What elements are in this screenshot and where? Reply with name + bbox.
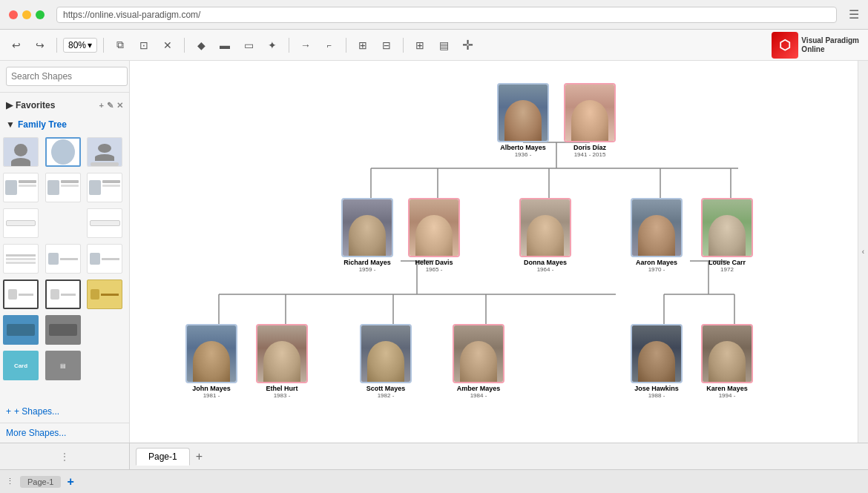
page-tab-1[interactable]: Page-1 [136, 448, 190, 466]
karen-years: 1994 - [719, 392, 736, 399]
add-favorite-icon[interactable]: + [99, 101, 104, 110]
shape-button[interactable]: ▭ [238, 35, 259, 56]
person-doris[interactable]: Doris Díaz 1941 - 2015 [560, 83, 619, 158]
undo-button[interactable]: ↩ [6, 35, 27, 56]
person-amber[interactable]: Amber Mayes 1984 - [449, 324, 508, 399]
edit-favorite-icon[interactable]: ✎ [107, 101, 114, 110]
john-years: 1981 - [203, 392, 220, 399]
doris-name: Doris Díaz [573, 144, 606, 151]
aaron-name: Aaron Mayes [636, 259, 677, 266]
person-richard[interactable]: Richard Mayes 1959 - [338, 198, 397, 273]
richard-name: Richard Mayes [343, 259, 391, 266]
person-scott[interactable]: Scott Mayes 1982 - [356, 324, 415, 399]
grid-button[interactable]: ⊞ [410, 35, 430, 56]
tabs-area: Page-1 + [130, 448, 868, 466]
right-collapse-handle[interactable]: ‹ [858, 61, 868, 443]
sidebar: 🔍 ⋮ ▶ Favorites + ✎ ✕ ▼ Family Tree [0, 61, 130, 443]
bottom-bar: ⋮ Page-1 + [0, 443, 868, 469]
zoom-control[interactable]: 80% ▾ [63, 38, 97, 53]
shape-item-colored-1[interactable] [87, 279, 122, 309]
shape-item-card-1[interactable] [3, 173, 39, 202]
group-button[interactable]: ⊞ [352, 35, 373, 56]
url-text: https://online.visual-paradigm.com/ [63, 10, 200, 20]
shape-item-bordered-2[interactable] [45, 279, 81, 309]
status-add-icon[interactable]: + [67, 475, 73, 489]
shape-grid-7: Card ▤ [3, 348, 126, 383]
alberto-name: Alberto Mayes [500, 144, 546, 151]
more-shapes-button[interactable]: More Shapes... [0, 423, 129, 443]
delete-button[interactable]: ✕ [157, 35, 178, 56]
close-favorite-icon[interactable]: ✕ [116, 101, 123, 110]
add-button[interactable]: ✛ [457, 35, 478, 56]
person-donna[interactable]: Donna Mayes 1964 - [516, 198, 575, 273]
canvas-area[interactable]: Alberto Mayes 1936 - Doris Díaz 1941 - 2… [130, 61, 858, 443]
format-button[interactable]: ▤ [433, 35, 454, 56]
url-bar[interactable]: https://online.visual-paradigm.com/ [56, 7, 837, 23]
chevron-right-icon: ▶ [6, 100, 13, 110]
person-aaron[interactable]: Aaron Mayes 1970 - [627, 198, 686, 273]
line-color-button[interactable]: ▬ [214, 35, 235, 56]
more-shapes-label: More Shapes... [6, 428, 66, 438]
connector-button[interactable]: → [295, 35, 316, 56]
traffic-lights [9, 10, 45, 19]
separator-6 [403, 38, 404, 53]
shape-item-person-1[interactable] [3, 137, 39, 167]
person-jose[interactable]: Jose Hawkins 1988 - [627, 324, 686, 399]
shape-item-card-2[interactable] [45, 173, 81, 202]
person-louise[interactable]: Louise Carr 1972 [697, 198, 757, 273]
copy-button[interactable]: ⧉ [110, 35, 131, 56]
amber-name: Amber Mayes [457, 385, 501, 392]
minimize-button[interactable] [22, 10, 31, 19]
shape-item-teal-1[interactable]: Card [3, 351, 39, 380]
menu-icon[interactable]: ☰ [849, 7, 859, 21]
shape-item-person-2[interactable] [45, 137, 81, 167]
add-tab-button[interactable]: + [193, 450, 206, 463]
toolbar: ↩ ↪ 80% ▾ ⧉ ⊡ ✕ ◆ ▬ ▭ ✦ → ⌐ ⊞ ⊟ ⊞ ▤ ✛ ⬡ … [0, 30, 868, 61]
shape-grid-2 [3, 170, 126, 205]
amber-years: 1984 - [470, 392, 487, 399]
add-shapes-button[interactable]: + + Shapes... [0, 400, 129, 423]
status-dots-icon[interactable]: ⋮ [6, 477, 14, 486]
louise-name: Louise Carr [708, 259, 746, 266]
person-john[interactable]: John Mayes 1981 - [182, 324, 241, 399]
shape-item-dark-1[interactable]: ▤ [45, 351, 81, 380]
plus-icon: + [6, 406, 11, 417]
maximize-button[interactable] [36, 10, 45, 19]
shape-item-list-2[interactable] [45, 244, 81, 274]
vp-logo-text: Visual Paradigm Online [801, 36, 859, 54]
shape-item-bordered-1[interactable] [3, 279, 39, 309]
shape-item-wide-1[interactable] [3, 208, 39, 238]
ethel-name: Ethel Hurt [266, 385, 297, 392]
bottom-dots-icon[interactable]: ⋮ [60, 451, 69, 462]
cut-button[interactable]: ⊡ [134, 35, 154, 56]
vp-logo-icon: ⬡ [772, 32, 798, 59]
shape-item-list-3[interactable] [87, 244, 122, 274]
person-alberto[interactable]: Alberto Mayes 1936 - [493, 83, 553, 158]
separator-5 [346, 38, 346, 53]
waypoint-button[interactable]: ⌐ [319, 35, 340, 56]
sidebar-content: ▶ Favorites + ✎ ✕ ▼ Family Tree [0, 93, 129, 400]
person-helen[interactable]: Helen Davis 1965 - [404, 198, 464, 273]
person-ethel[interactable]: Ethel Hurt 1983 - [252, 324, 312, 399]
shape-grid-3 [3, 205, 126, 241]
shape-item-blue-1[interactable] [3, 315, 39, 345]
search-input[interactable] [6, 67, 128, 86]
status-page-tab[interactable]: Page-1 [20, 476, 61, 488]
align-button[interactable]: ⊟ [376, 35, 397, 56]
person-karen[interactable]: Karen Mayes 1994 - [697, 324, 757, 399]
main-layout: 🔍 ⋮ ▶ Favorites + ✎ ✕ ▼ Family Tree [0, 61, 868, 443]
style-button[interactable]: ✦ [262, 35, 283, 56]
shape-item-person-3[interactable] [87, 137, 122, 167]
collapse-icon: ‹ [862, 248, 864, 256]
redo-button[interactable]: ↪ [30, 35, 50, 56]
fill-button[interactable]: ◆ [191, 35, 211, 56]
favorites-section-header[interactable]: ▶ Favorites + ✎ ✕ [3, 96, 126, 115]
doris-years: 1941 - 2015 [574, 151, 606, 158]
shape-item-wide-2[interactable] [87, 208, 122, 238]
close-button[interactable] [9, 10, 18, 19]
bottom-sidebar-controls: ⋮ [0, 443, 130, 469]
shape-item-card-3[interactable] [87, 173, 122, 202]
shape-item-list-1[interactable] [3, 244, 39, 274]
family-tree-section-header[interactable]: ▼ Family Tree [3, 115, 126, 134]
shape-item-gray-1[interactable] [45, 315, 81, 345]
